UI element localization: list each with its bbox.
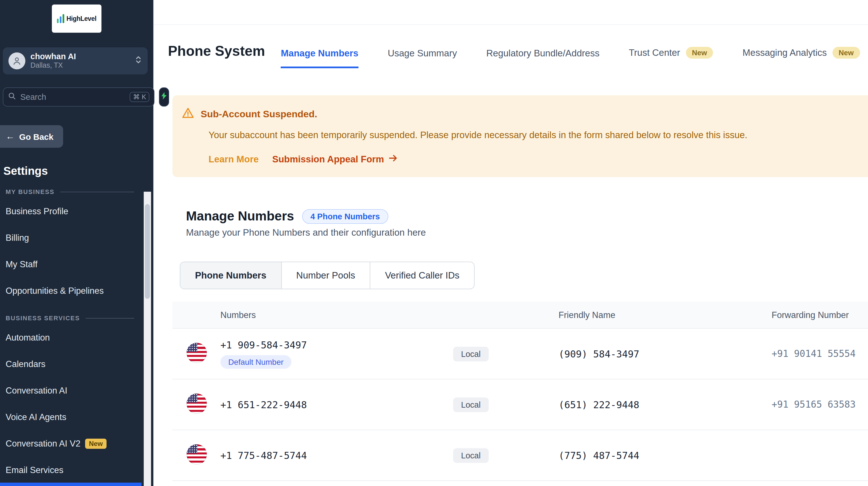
table-row[interactable]: +1 909-584-3497Default NumberLocal(909) …: [173, 329, 868, 379]
arrow-right-icon: [388, 153, 399, 166]
flag-cell: [173, 342, 220, 365]
sidebar-item-label: Calendars: [6, 359, 45, 369]
tab-manage-numbers[interactable]: Manage Numbers: [281, 48, 359, 68]
phone-number: +1 775-487-5744: [220, 450, 453, 461]
column-numbers: Numbers: [220, 310, 453, 320]
manage-numbers-subtitle: Manage your Phone Numbers and their conf…: [186, 227, 868, 238]
sidebar-search[interactable]: ⌘ K: [3, 87, 155, 107]
sidebar-item-label: Automation: [6, 332, 50, 342]
nav-section-label: MY BUSINESS: [6, 188, 54, 195]
sidebar-item-voice-ai-agents[interactable]: Voice AI Agents: [6, 404, 153, 430]
table-row[interactable]: +1 651-222-9448Local(651) 222-9448+91 95…: [173, 379, 868, 430]
tab-label: Manage Numbers: [281, 48, 359, 59]
column-friendly-name: Friendly Name: [559, 310, 772, 320]
phone-number-count-badge: 4 Phone Numbers: [302, 209, 389, 223]
friendly-name: (651) 222-9448: [559, 399, 772, 410]
type-cell: Local: [453, 448, 559, 463]
nav-section-divider: [60, 191, 134, 192]
learn-more-link[interactable]: Learn More: [209, 154, 259, 164]
search-icon: [8, 92, 17, 102]
sidebar-item-label: Business Profile: [6, 206, 68, 216]
tab-regulatory-bundle-address[interactable]: Regulatory Bundle/Address: [486, 48, 599, 68]
subtab-verified-caller-ids[interactable]: Verified Caller IDs: [370, 262, 474, 289]
sidebar-scrollbar-thumb[interactable]: [145, 204, 150, 299]
type-cell: Local: [453, 346, 559, 361]
account-avatar-icon: [8, 53, 25, 69]
banner-title: Sub-Account Suspended.: [200, 109, 317, 120]
settings-heading: Settings: [3, 164, 153, 178]
phone-system-tabs: Manage NumbersUsage SummaryRegulatory Bu…: [281, 47, 860, 68]
nav-section-my-business: MY BUSINESS: [6, 185, 153, 198]
account-location: Dallas, TX: [30, 62, 76, 70]
subtab-number-pools[interactable]: Number Pools: [281, 262, 370, 289]
tab-label: Messaging Analytics: [743, 48, 827, 58]
numbers-subtabs: Phone NumbersNumber PoolsVerified Caller…: [180, 262, 474, 289]
highlevel-logo-text: HighLevel: [66, 15, 96, 22]
tab-label: Regulatory Bundle/Address: [486, 48, 599, 59]
submission-appeal-form-link[interactable]: Submission Appeal Form: [272, 153, 399, 166]
nav-section-business-services: BUSINESS SERVICES: [6, 312, 153, 324]
app-window: HighLevel chowhan AI Dallas, TX: [0, 0, 868, 486]
suspension-banner: Sub-Account Suspended. Your subaccount h…: [173, 95, 868, 177]
phone-number: +1 909-584-3497: [220, 339, 453, 351]
tab-trust-center[interactable]: Trust CenterNew: [629, 47, 713, 68]
banner-message: Your subaccount has been temporarily sus…: [209, 130, 851, 141]
table-header: Numbers Friendly Name Forwarding Number: [173, 302, 868, 329]
flag-cell: [173, 444, 220, 466]
number-type-badge: Local: [453, 346, 488, 361]
account-name: chowhan AI: [30, 51, 76, 61]
number-type-badge: Local: [453, 397, 488, 412]
number-cell: +1 775-487-5744: [220, 442, 453, 469]
tab-messaging-analytics[interactable]: Messaging AnalyticsNew: [743, 47, 860, 68]
flag-cell: [173, 393, 220, 416]
lightning-bolt-icon: [160, 91, 169, 102]
friendly-name: (909) 584-3497: [559, 348, 772, 359]
search-input[interactable]: [20, 92, 126, 101]
manage-numbers-title: Manage Numbers: [186, 209, 294, 224]
appeal-form-label: Submission Appeal Form: [272, 154, 384, 164]
phone-numbers-table: Numbers Friendly Name Forwarding Number …: [173, 302, 868, 481]
sidebar-item-label: Email Services: [6, 465, 63, 475]
page-title: Phone System: [168, 43, 265, 68]
table-body: +1 909-584-3497Default NumberLocal(909) …: [173, 329, 868, 481]
top-bar: [154, 0, 868, 25]
tab-label: Trust Center: [629, 48, 680, 58]
sidebar-item-label: Billing: [6, 233, 29, 243]
account-switcher[interactable]: chowhan AI Dallas, TX: [3, 48, 148, 74]
phone-system-main: Phone System Manage NumbersUsage Summary…: [153, 0, 868, 486]
sidebar-item-conversation-ai[interactable]: Conversation AI: [6, 377, 153, 404]
quick-actions-button[interactable]: [159, 87, 169, 107]
sidebar-item-opportunities-pipelines[interactable]: Opportunities & Pipelines: [6, 277, 153, 304]
number-cell: +1 651-222-9448: [220, 391, 453, 418]
phone-number: +1 651-222-9448: [220, 399, 453, 410]
type-cell: Local: [453, 397, 559, 412]
chevron-up-down-icon: [135, 54, 142, 68]
sidebar-item-label: Conversation AI V2: [6, 438, 80, 449]
sidebar-item-email-services[interactable]: Email Services: [6, 457, 153, 483]
go-back-label: Go Back: [19, 132, 54, 141]
sidebar-item-automation[interactable]: Automation: [6, 324, 153, 351]
sidebar-item-billing[interactable]: Billing: [6, 224, 153, 251]
nav-section-label: BUSINESS SERVICES: [6, 314, 80, 322]
sidebar-item-label: Opportunities & Pipelines: [6, 285, 104, 296]
back-arrow-icon: ←: [6, 131, 14, 142]
sidebar-item-calendars[interactable]: Calendars: [6, 351, 153, 377]
sidebar-active-item-strip: [0, 483, 142, 486]
tab-label: Usage Summary: [388, 48, 457, 59]
tab-usage-summary[interactable]: Usage Summary: [388, 48, 457, 68]
sidebar-item-conversation-ai-v2[interactable]: Conversation AI V2New: [6, 430, 153, 457]
go-back-button[interactable]: ← Go Back: [0, 125, 63, 148]
sidebar-item-label: Conversation AI: [6, 385, 67, 396]
new-badge: New: [686, 47, 713, 59]
forwarding-number: +91 90141 55554: [772, 348, 868, 359]
settings-sidebar: HighLevel chowhan AI Dallas, TX: [0, 0, 153, 486]
sidebar-item-business-profile[interactable]: Business Profile: [6, 198, 153, 224]
manage-numbers-section: Manage Numbers 4 Phone Numbers Manage yo…: [173, 209, 868, 481]
search-shortcut: ⌘ K: [130, 92, 150, 102]
number-type-badge: Local: [453, 448, 488, 463]
sidebar-item-label: My Staff: [6, 259, 37, 269]
subtab-phone-numbers[interactable]: Phone Numbers: [180, 262, 281, 289]
forwarding-number: +91 95165 63583: [772, 399, 868, 410]
table-row[interactable]: +1 775-487-5744Local(775) 487-5744: [173, 430, 868, 481]
sidebar-item-my-staff[interactable]: My Staff: [6, 251, 153, 277]
